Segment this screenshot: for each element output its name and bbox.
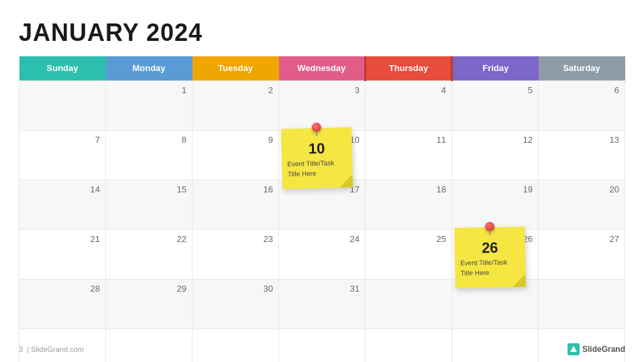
cell-jan30: 30: [193, 279, 279, 328]
cell-jan28: 28: [19, 279, 106, 328]
col-monday: Monday: [106, 56, 193, 80]
cell-jan11: 11: [366, 130, 452, 180]
brand-logo-svg: [570, 345, 578, 353]
svg-marker-0: [570, 346, 577, 352]
cell-jan27: 27: [539, 229, 625, 279]
footer: 3 | SlideGrand.com SlideGrand: [19, 343, 625, 355]
cell-jan14: 14: [19, 180, 106, 229]
cell-jan8: 8: [106, 130, 193, 180]
cell-jan5: 5: [452, 80, 539, 130]
note2-date: 26: [460, 239, 520, 257]
footer-site: | SlideGrand.com: [27, 345, 84, 353]
note2-text: Event Title/Task Title Here: [460, 258, 507, 276]
cell-empty-1: [19, 80, 106, 130]
col-thursday: Thursday: [366, 56, 452, 80]
cell-jan7: 7: [19, 130, 106, 180]
week-row-4: 21 22 23 24 25 26 26 Event Title/Task Ti…: [19, 229, 625, 279]
footer-left: 3 | SlideGrand.com: [19, 345, 84, 353]
page-title: JANUARY 2024: [19, 19, 625, 47]
cell-jan4: 4: [366, 80, 452, 130]
cell-jan31: 31: [279, 279, 366, 328]
sticky-note-2: 26 Event Title/Task Title Here: [454, 227, 526, 288]
col-friday: Friday: [452, 56, 539, 80]
cell-jan12: 12: [452, 130, 539, 180]
calendar: Sunday Monday Tuesday Wednesday Thursday…: [19, 56, 625, 362]
week-row-1: 1 2 3 4 5 6: [19, 80, 625, 130]
cell-empty-c: [539, 279, 625, 328]
cell-jan23: 23: [193, 229, 279, 279]
cell-empty-a: [366, 279, 452, 328]
page-number: 3: [19, 345, 23, 353]
footer-brand: SlideGrand: [568, 343, 625, 355]
col-saturday: Saturday: [539, 56, 625, 80]
cell-jan24: 24: [279, 229, 366, 279]
brand-icon: [568, 343, 580, 355]
cell-jan10: 10 10 Event Title/Task Title Here: [279, 130, 366, 180]
page: JANUARY 2024 Sunday Monday Tuesday Wedne…: [0, 0, 644, 362]
week-row-5: 28 29 30 31: [19, 279, 625, 328]
cell-jan26: 26 26 Event Title/Task Title Here: [452, 229, 539, 279]
col-sunday: Sunday: [19, 56, 106, 80]
cell-jan19: 19: [452, 180, 539, 229]
cell-jan20: 20: [539, 180, 625, 229]
cell-jan3: 3: [279, 80, 366, 130]
cell-jan25: 25: [366, 229, 452, 279]
note1-date: 10: [286, 139, 347, 158]
col-wednesday: Wednesday: [279, 56, 366, 80]
pin-2: [485, 221, 494, 231]
cell-jan15: 15: [106, 180, 193, 229]
cell-jan6: 6: [539, 80, 625, 130]
cell-jan29: 29: [106, 279, 193, 328]
cell-jan9: 9: [193, 130, 279, 180]
col-tuesday: Tuesday: [193, 56, 279, 80]
cell-jan1: 1: [106, 80, 193, 130]
pin-1: [311, 122, 321, 131]
cell-jan16: 16: [193, 180, 279, 229]
note1-text: Event Title/Task Title Here: [287, 159, 334, 178]
brand-name: SlideGrand: [582, 345, 625, 354]
cell-jan21: 21: [19, 229, 106, 279]
sticky-note-1: 10 Event Title/Task Title Here: [281, 127, 353, 189]
cell-jan18: 18: [366, 180, 452, 229]
cell-jan13: 13: [539, 130, 625, 180]
week-row-2: 7 8 9 10 10 Event Title/Task Title Here …: [19, 130, 625, 180]
cell-jan2: 2: [193, 80, 279, 130]
cell-jan22: 22: [106, 229, 193, 279]
